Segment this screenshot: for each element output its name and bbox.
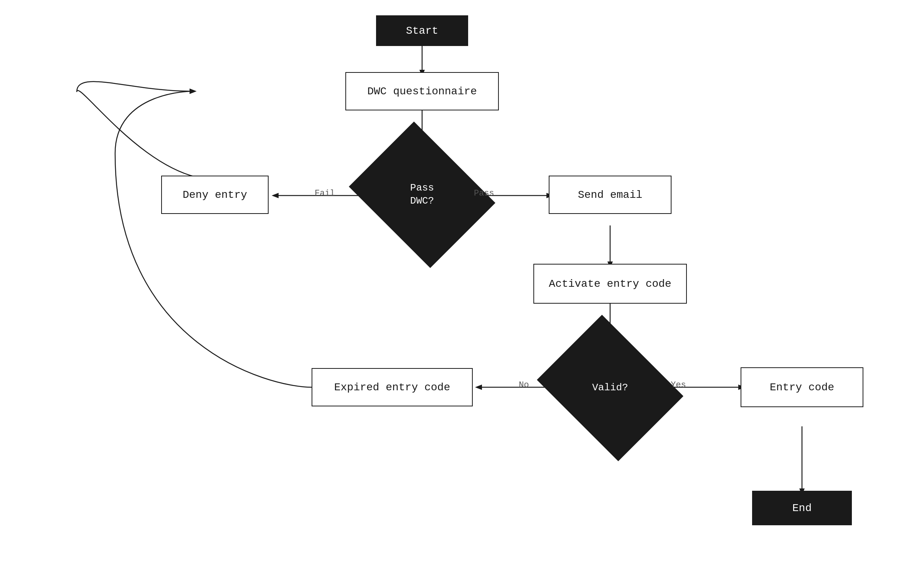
expired-code-label: Expired entry code xyxy=(334,381,450,393)
svg-marker-18 xyxy=(190,89,196,94)
flowchart-diagram: Start DWC questionnaire PassDWC? Deny en… xyxy=(0,0,924,582)
pass-dwc-diamond: PassDWC? xyxy=(365,149,480,241)
start-label: Start xyxy=(406,25,438,37)
no-label: No xyxy=(519,380,529,390)
deny-entry-node: Deny entry xyxy=(161,176,269,214)
send-email-label: Send email xyxy=(578,189,642,201)
pass-label: Pass xyxy=(474,189,494,198)
entry-code-label: Entry code xyxy=(770,381,834,393)
expired-code-node: Expired entry code xyxy=(312,368,473,406)
fail-label: Fail xyxy=(315,189,335,198)
svg-marker-19 xyxy=(190,89,196,94)
dwc-questionnaire-node: DWC questionnaire xyxy=(345,72,499,110)
send-email-node: Send email xyxy=(549,176,672,214)
activate-code-node: Activate entry code xyxy=(533,264,687,304)
entry-code-node: Entry code xyxy=(741,367,863,407)
dwc-label: DWC questionnaire xyxy=(367,85,477,97)
svg-marker-5 xyxy=(272,193,279,198)
end-node: End xyxy=(752,491,852,525)
start-node: Start xyxy=(376,15,468,46)
valid-diamond: Valid? xyxy=(553,342,668,434)
svg-marker-15 xyxy=(475,385,482,390)
pass-dwc-label: PassDWC? xyxy=(410,182,434,208)
valid-label: Valid? xyxy=(592,381,628,395)
end-label: End xyxy=(792,502,812,514)
activate-code-label: Activate entry code xyxy=(549,278,671,290)
deny-entry-label: Deny entry xyxy=(183,189,247,201)
yes-label: Yes xyxy=(671,380,686,390)
